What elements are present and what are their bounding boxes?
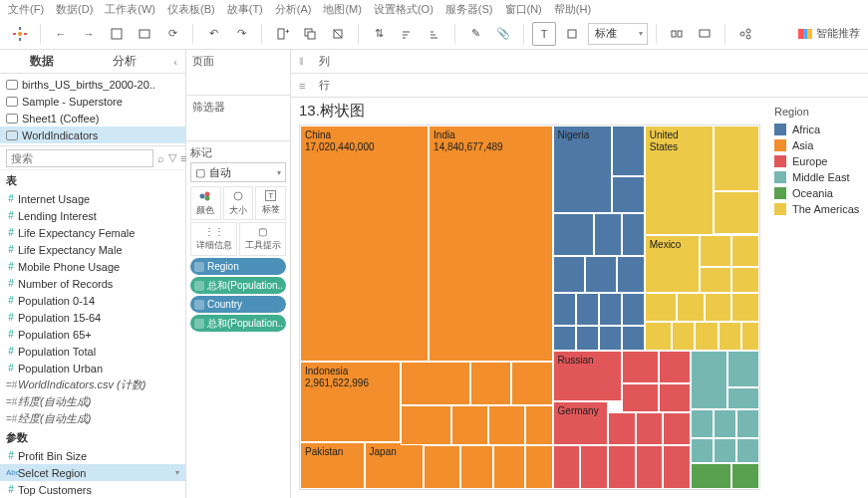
treemap-cell[interactable] — [736, 409, 759, 438]
param-item[interactable]: AbcSelcet Region▾ — [0, 464, 185, 481]
treemap-cell[interactable] — [731, 267, 759, 293]
mark-detail[interactable]: ⋮⋮详细信息 — [190, 222, 237, 256]
treemap-cell[interactable] — [719, 322, 741, 351]
legend-item[interactable]: The Americas — [774, 201, 862, 217]
field-item[interactable]: #Population Total — [0, 343, 185, 360]
treemap-cell[interactable] — [553, 445, 581, 489]
treemap-cell[interactable]: Nigeria — [553, 125, 613, 213]
field-item[interactable]: #Lending Interest — [0, 207, 185, 224]
back-button[interactable]: ← — [49, 22, 73, 46]
pages-shelf[interactable]: 页面 — [186, 50, 290, 96]
treemap-cell[interactable] — [727, 351, 759, 387]
treemap-cell[interactable] — [700, 267, 731, 293]
datasource-item[interactable]: births_US_births_2000-20.. — [0, 76, 185, 93]
treemap-cell[interactable] — [691, 351, 727, 408]
treemap-cell[interactable] — [727, 387, 759, 409]
treemap-cell[interactable] — [525, 405, 553, 445]
treemap-cell[interactable] — [659, 383, 691, 412]
datasource-item[interactable]: WorldIndicators — [0, 126, 185, 143]
treemap-cell[interactable] — [553, 293, 576, 326]
treemap-cell[interactable] — [677, 293, 705, 322]
legend-item[interactable]: Africa — [774, 122, 862, 137]
save-button[interactable] — [105, 22, 129, 46]
treemap-cell[interactable] — [612, 125, 644, 176]
field-item[interactable]: =#纬度(自动生成) — [0, 393, 185, 410]
treemap-cell[interactable] — [663, 445, 691, 489]
treemap-cell[interactable] — [599, 293, 622, 326]
mark-type-select[interactable]: ▢自动 — [190, 162, 286, 182]
treemap-cell[interactable] — [622, 383, 659, 412]
treemap-cell[interactable]: Mexico — [645, 235, 700, 293]
fit-select[interactable]: 标准 — [588, 23, 648, 45]
treemap-cell[interactable]: Russian — [553, 351, 622, 401]
tab-analysis[interactable]: 分析 — [83, 50, 165, 73]
swap-button[interactable]: ⇅ — [367, 22, 391, 46]
clear-button[interactable] — [326, 22, 350, 46]
treemap-cell[interactable] — [511, 362, 552, 405]
share-button[interactable] — [733, 22, 757, 46]
treemap-cell[interactable] — [608, 412, 636, 445]
field-item[interactable]: #Population 65+ — [0, 326, 185, 343]
show-cards-button[interactable] — [665, 22, 689, 46]
treemap-cell[interactable] — [672, 322, 695, 351]
treemap-cell[interactable] — [580, 445, 608, 489]
treemap-cell[interactable] — [576, 326, 599, 352]
labels-button[interactable]: T — [532, 22, 556, 46]
treemap-cell[interactable]: China17,020,440,000 — [300, 125, 429, 362]
treemap-cell[interactable] — [659, 351, 691, 383]
treemap-cell[interactable]: UnitedStates — [645, 125, 714, 235]
redo-button[interactable]: ↷ — [229, 22, 253, 46]
menu-item[interactable]: 仪表板(B) — [167, 2, 215, 17]
mark-label[interactable]: T标签 — [255, 186, 286, 220]
treemap-cell[interactable] — [488, 405, 525, 445]
treemap-cell[interactable] — [493, 445, 525, 489]
field-item[interactable]: #Population Urban — [0, 360, 185, 376]
treemap-cell[interactable]: Indonesia2,961,622,996 — [300, 362, 401, 441]
treemap-cell[interactable] — [731, 235, 759, 268]
treemap-cell[interactable] — [424, 445, 460, 489]
refresh-button[interactable]: ⟳ — [160, 22, 184, 46]
field-item[interactable]: #Population 0-14 — [0, 292, 185, 309]
treemap[interactable]: China17,020,440,000India14,840,677,489In… — [299, 124, 760, 490]
menu-item[interactable]: 帮助(H) — [554, 2, 591, 17]
field-item[interactable]: #Number of Records — [0, 275, 185, 292]
field-item[interactable]: #Life Expectancy Male — [0, 241, 185, 258]
highlight-button[interactable]: ✎ — [463, 22, 487, 46]
treemap-cell[interactable]: Pakistan — [300, 442, 365, 489]
sort-desc-button[interactable] — [423, 22, 446, 46]
menu-item[interactable]: 地图(M) — [323, 2, 362, 17]
smart-recommend[interactable]: 智能推荐 — [798, 26, 860, 41]
treemap-cell[interactable] — [663, 412, 691, 445]
field-item[interactable]: =#经度(自动生成) — [0, 410, 185, 427]
menu-item[interactable]: 窗口(N) — [505, 2, 542, 17]
treemap-cell[interactable] — [401, 362, 469, 405]
treemap-cell[interactable] — [451, 405, 488, 445]
treemap-cell[interactable] — [401, 405, 451, 445]
logo-icon[interactable] — [8, 22, 32, 46]
shelf-pill[interactable]: Region — [190, 258, 286, 275]
treemap-cell[interactable] — [636, 412, 664, 445]
presentation-button[interactable] — [693, 22, 717, 46]
treemap-cell[interactable] — [691, 463, 731, 489]
treemap-cell[interactable] — [622, 326, 645, 352]
menu-item[interactable]: 设置格式(O) — [374, 2, 434, 17]
columns-shelf[interactable]: ⦀列 — [291, 50, 868, 74]
undo-button[interactable]: ↶ — [201, 22, 225, 46]
field-item[interactable]: =#WorldIndicators.csv (计数) — [0, 376, 185, 393]
treemap-cell[interactable] — [617, 256, 645, 293]
legend-item[interactable]: Europe — [774, 153, 862, 169]
format-button[interactable] — [560, 22, 584, 46]
filter-icon[interactable]: ▽ — [168, 151, 176, 164]
shelf-pill[interactable]: 总和(Population.. — [190, 315, 286, 332]
forward-button[interactable]: → — [77, 22, 101, 46]
treemap-cell[interactable] — [700, 235, 731, 268]
attach-button[interactable]: 📎 — [491, 22, 515, 46]
treemap-cell[interactable] — [594, 213, 622, 257]
filters-shelf[interactable]: 筛选器 — [186, 96, 290, 141]
collapse-sidebar-icon[interactable]: ‹ — [165, 50, 185, 73]
field-item[interactable]: #Internet Usage — [0, 190, 185, 207]
menu-item[interactable]: 分析(A) — [275, 2, 312, 17]
treemap-cell[interactable] — [645, 293, 677, 322]
treemap-cell[interactable] — [714, 438, 736, 464]
treemap-cell[interactable] — [714, 125, 759, 191]
